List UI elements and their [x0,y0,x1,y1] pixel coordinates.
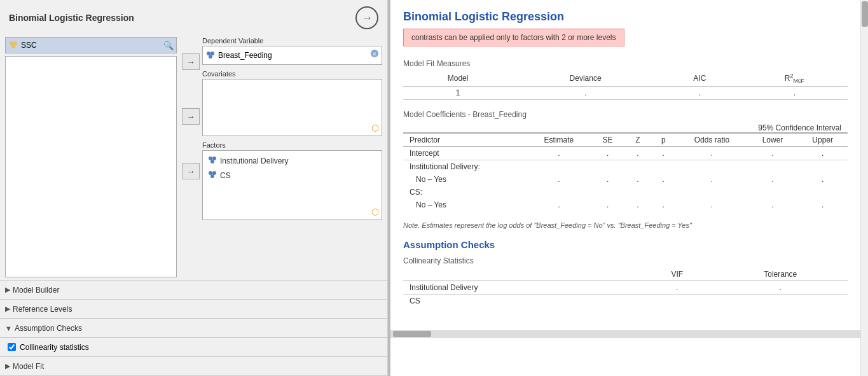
col-clin-predictor [403,268,641,281]
model-builder-chevron: ▶ [5,286,10,294]
odds-cs: . [676,198,748,211]
vif-cs [641,295,713,308]
upper-intercept: . [797,147,848,160]
coeff-row-inst-noyes: No – Yes . . . . . . . [403,173,848,186]
model-fit-row-1: 1 . . . [403,87,848,100]
model-fit-table: Model Deviance AIC R2McF 1 . . . [403,71,848,100]
z-inst: . [624,173,651,186]
z-intercept: . [624,147,651,160]
deviance-val: . [513,87,658,100]
odds-inst: . [676,173,748,186]
z-cs: . [624,198,651,211]
tol-cs [713,295,848,308]
factor-label-institutional: Institutional Delivery [220,157,288,165]
dependent-section: Dependent Variable Breast_Feeding ✕ [202,37,382,65]
factors-label: Factors [202,141,382,149]
reference-levels-row[interactable]: ▶ Reference Levels [0,300,387,319]
run-button[interactable]: → [355,6,378,29]
right-scroll-thumb [862,1,868,27]
collinearity-label[interactable]: Collinearity statistics [20,343,89,352]
ci-header: 95% Confidence Interval [403,122,848,133]
r2-val: . [741,87,848,100]
left-panel: Binomial Logistic Regression → 🔍 [0,0,388,376]
covariates-add-icon[interactable]: ⬡ [371,123,379,133]
search-box[interactable]: 🔍 [5,37,177,53]
clin-predictor-inst: Institutional Delivery [403,281,641,295]
clin-row-cs: CS [403,295,848,308]
variable-list [5,56,177,277]
factors-section: Factors Institutional Delivery [202,141,382,220]
move-dependent-button[interactable]: → [182,53,200,70]
model-builder-row[interactable]: ▶ Model Builder [0,281,387,300]
col-model: Model [403,71,513,87]
right-scrollbar[interactable] [860,0,868,376]
odds-intercept: . [676,147,748,160]
arrows-column: → → → [179,34,202,280]
bottom-scrollbar[interactable] [390,330,860,338]
p-inst: . [651,173,676,186]
svg-point-10 [210,160,214,164]
var-icon-ssc [8,39,18,52]
lower-cs: . [748,198,798,211]
estimate-intercept: . [527,147,591,160]
p-cs: . [651,198,676,211]
collinearity-section-title: Collinearity Statistics [403,256,848,265]
svg-point-4 [210,52,214,55]
coeff-row-inst-header: Institutional Delivery: [403,160,848,174]
remove-dependent-icon[interactable]: ✕ [370,49,379,60]
tol-inst: . [713,281,848,295]
col-r2: R2McF [741,71,848,87]
col-tolerance: Tolerance [713,268,848,281]
bottom-scroll-thumb [393,331,431,337]
dep-var-icon [205,50,216,62]
assumption-checks-row[interactable]: ▼ Assumption Checks [0,319,387,338]
note-text: Note. Estimates represent the log odds o… [403,221,848,229]
vif-inst: . [641,281,713,295]
search-icon[interactable]: 🔍 [163,41,174,50]
svg-point-9 [212,157,216,160]
model-fit-row[interactable]: ▶ Model Fit [0,357,387,376]
coeff-row-cs-noyes: No – Yes . . . . . . . [403,198,848,211]
factor-icon-institutional [207,155,217,167]
clin-row-inst: Institutional Delivery . . [403,281,848,295]
upper-cs: . [797,198,848,211]
col-se: SE [591,133,625,147]
config-column: Dependent Variable Breast_Feeding ✕ [202,34,387,280]
covariates-section: Covariates ⬡ [202,70,382,136]
col-predictor: Predictor [403,133,527,147]
p-intercept: . [651,147,676,160]
predictor-cs-noyes: No – Yes [403,198,527,211]
col-estimate: Estimate [527,133,591,147]
model-fit-chevron: ▶ [5,362,10,370]
predictor-inst-noyes: No – Yes [403,173,527,186]
warning-banner: contrasts can be applied only to factors… [403,29,624,46]
factor-item-institutional: Institutional Delivery [205,153,290,168]
aic-val: . [658,87,741,100]
col-deviance: Deviance [513,71,658,87]
col-p: p [651,133,676,147]
dependent-label: Dependent Variable [202,37,382,45]
svg-point-13 [210,174,214,178]
move-covariates-button[interactable]: → [182,108,200,125]
collinearity-table: VIF Tolerance Institutional Delivery . .… [403,268,848,307]
factors-add-icon[interactable]: ⬡ [371,207,379,217]
factor-label-cs: CS [220,171,231,180]
model-fit-label: Model Fit [13,362,44,371]
svg-text:✕: ✕ [372,51,377,57]
predictor-cs-header: CS: [403,186,527,198]
assumption-checks-label: Assumption Checks [15,324,82,333]
search-input[interactable] [21,41,163,50]
svg-point-12 [212,171,216,175]
coeff-section-title: Model Coefficients - Breast_Feeding [403,110,848,119]
svg-point-1 [13,41,17,45]
coeff-table: 95% Confidence Interval Predictor Estima… [403,122,848,211]
se-inst: . [591,173,625,186]
assumption-checks-chevron: ▼ [5,324,12,332]
assumption-title: Assumption Checks [403,239,848,250]
move-factors-button[interactable]: → [182,163,200,179]
clin-predictor-cs: CS [403,295,641,308]
collinearity-checkbox[interactable] [8,343,16,351]
predictor-inst-header: Institutional Delivery: [403,160,527,174]
lower-inst: . [748,173,798,186]
col-aic: AIC [658,71,741,87]
